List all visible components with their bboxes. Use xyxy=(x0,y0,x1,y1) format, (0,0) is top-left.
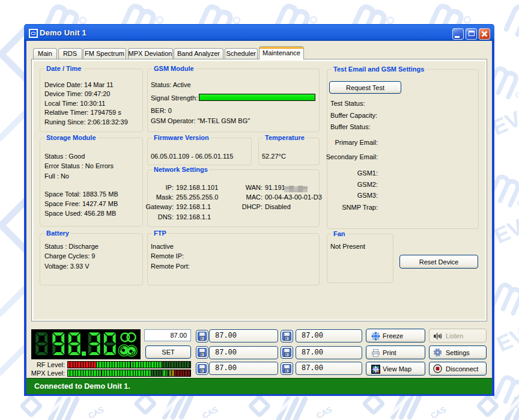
svg-text:EV: EV xyxy=(491,214,519,248)
svg-text:EV: EV xyxy=(493,322,519,356)
